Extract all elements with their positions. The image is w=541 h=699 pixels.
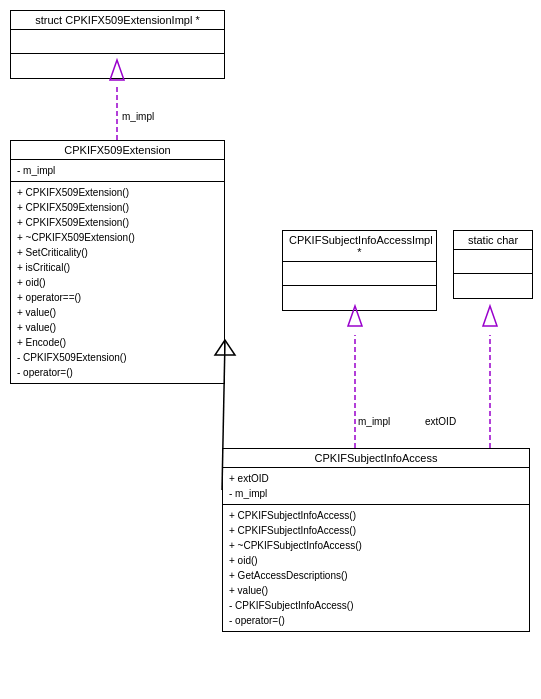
static-char-title: static char: [454, 231, 532, 250]
method-6: + isCritical(): [17, 260, 218, 275]
cpkif-subject-info-box: CPKIFSubjectInfoAccess + extOID - m_impl…: [222, 448, 530, 632]
struct-impl-title: struct CPKIFX509ExtensionImpl *: [11, 11, 224, 30]
sia-method-3: + ~CPKIFSubjectInfoAccess(): [229, 538, 523, 553]
method-7: + oid(): [17, 275, 218, 290]
static-char-box: static char: [453, 230, 533, 299]
field-extoid: + extOID: [229, 471, 523, 486]
field-mimpl: - m_impl: [229, 486, 523, 501]
mimpl-label-2: m_impl: [358, 416, 390, 427]
method-9: + value(): [17, 305, 218, 320]
method-13: - operator=(): [17, 365, 218, 380]
method-4: + ~CPKIFX509Extension(): [17, 230, 218, 245]
sia-method-7: - CPKIFSubjectInfoAccess(): [229, 598, 523, 613]
static-char-section2: [454, 274, 532, 298]
cpkif-subject-info-methods: + CPKIFSubjectInfoAccess() + CPKIFSubjec…: [223, 505, 529, 631]
method-5: + SetCriticality(): [17, 245, 218, 260]
method-10: + value(): [17, 320, 218, 335]
extoid-label: extOID: [425, 416, 456, 427]
struct-impl-section1: [11, 30, 224, 54]
subject-info-impl-section2: [283, 286, 436, 310]
sia-method-5: + GetAccessDescriptions(): [229, 568, 523, 583]
sia-method-8: - operator=(): [229, 613, 523, 628]
cpkif-extension-box: CPKIFX509Extension - m_impl + CPKIFX509E…: [10, 140, 225, 384]
method-1: + CPKIFX509Extension(): [17, 185, 218, 200]
method-2: + CPKIFX509Extension(): [17, 200, 218, 215]
cpkif-extension-methods: + CPKIFX509Extension() + CPKIFX509Extens…: [11, 182, 224, 383]
sia-method-2: + CPKIFSubjectInfoAccess(): [229, 523, 523, 538]
subject-info-impl-title: CPKIFSubjectInfoAccessImpl *: [283, 231, 436, 262]
cpkif-extension-fields: - m_impl: [11, 160, 224, 182]
cpkif-extension-private-fields: - m_impl: [17, 165, 55, 176]
cpkif-extension-title: CPKIFX509Extension: [11, 141, 224, 160]
struct-impl-box: struct CPKIFX509ExtensionImpl *: [10, 10, 225, 79]
subject-info-impl-section1: [283, 262, 436, 286]
cpkif-subject-info-fields: + extOID - m_impl: [223, 468, 529, 505]
method-8: + operator==(): [17, 290, 218, 305]
sia-method-4: + oid(): [229, 553, 523, 568]
struct-impl-section2: [11, 54, 224, 78]
cpkif-subject-info-title: CPKIFSubjectInfoAccess: [223, 449, 529, 468]
sia-method-6: + value(): [229, 583, 523, 598]
subject-info-impl-box: CPKIFSubjectInfoAccessImpl *: [282, 230, 437, 311]
method-12: - CPKIFX509Extension(): [17, 350, 218, 365]
static-char-section1: [454, 250, 532, 274]
diagram-container: struct CPKIFX509ExtensionImpl * CPKIFX50…: [0, 0, 541, 699]
method-3: + CPKIFX509Extension(): [17, 215, 218, 230]
sia-method-1: + CPKIFSubjectInfoAccess(): [229, 508, 523, 523]
mimpl-label-1: m_impl: [122, 111, 154, 122]
method-11: + Encode(): [17, 335, 218, 350]
svg-marker-5: [483, 306, 497, 326]
